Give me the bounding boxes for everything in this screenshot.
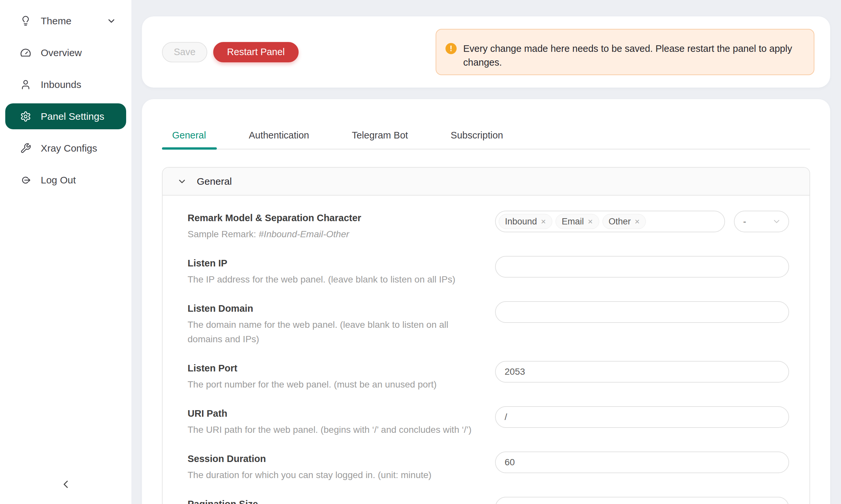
settings-card: General Authentication Telegram Bot Subs…	[142, 99, 830, 504]
general-collapse-panel: General Remark Model & Separation Charac…	[162, 167, 810, 504]
sidebar-item-label: Xray Configs	[41, 143, 97, 154]
tab-authentication[interactable]: Authentication	[238, 128, 320, 149]
user-icon	[20, 79, 32, 91]
tag-inbound: Inbound×	[499, 214, 552, 229]
field-label: Remark Model & Separation Character	[188, 211, 477, 225]
tab-telegram-bot[interactable]: Telegram Bot	[341, 128, 419, 149]
remove-tag-icon[interactable]: ×	[541, 217, 546, 226]
pagination-size-input[interactable]	[495, 497, 789, 504]
listen-domain-input[interactable]	[495, 301, 789, 323]
chevron-down-icon	[772, 217, 781, 226]
field-label: Listen Domain	[188, 301, 477, 316]
dashboard-icon	[20, 47, 32, 59]
session-duration-input[interactable]	[495, 451, 789, 473]
tag-other: Other×	[602, 214, 646, 229]
form-row-uri-path: URI Path The URI path for the web panel.…	[188, 406, 789, 437]
form-row-listen-port: Listen Port The port number for the web …	[188, 361, 789, 392]
actions-card: Save Restart Panel ! Every change made h…	[142, 16, 830, 88]
sidebar-collapse-button[interactable]	[56, 474, 75, 494]
field-label: Listen IP	[188, 256, 477, 270]
warning-icon: !	[445, 43, 457, 54]
restart-warning-alert: ! Every change made here needs to be sav…	[435, 29, 814, 75]
sidebar-item-xray-configs[interactable]: Xray Configs	[5, 135, 126, 161]
gear-icon	[20, 111, 32, 122]
settings-tabs: General Authentication Telegram Bot Subs…	[162, 99, 810, 150]
sidebar-item-label: Panel Settings	[41, 111, 104, 122]
remove-tag-icon[interactable]: ×	[635, 217, 640, 226]
tab-subscription[interactable]: Subscription	[440, 128, 514, 149]
general-form: Remark Model & Separation Character Samp…	[162, 196, 809, 504]
general-collapse-header[interactable]: General	[162, 168, 809, 196]
listen-ip-input[interactable]	[495, 256, 789, 277]
field-description: The domain name for the web panel. (leav…	[188, 318, 477, 346]
listen-port-input[interactable]	[495, 361, 789, 383]
chevron-down-icon	[177, 177, 187, 186]
alert-message: Every change made here needs to be saved…	[463, 35, 804, 69]
field-description: The URI path for the web panel. (begins …	[188, 422, 477, 437]
sidebar-item-log-out[interactable]: Log Out	[5, 167, 126, 193]
sidebar-item-inbounds[interactable]: Inbounds	[5, 72, 126, 97]
separation-character-select[interactable]: -	[734, 211, 789, 232]
field-description: The port number for the web panel. (must…	[188, 377, 477, 392]
tab-general[interactable]: General	[162, 128, 217, 149]
remark-model-tag-select[interactable]: Inbound× Email× Other×	[495, 211, 725, 232]
sidebar-item-label: Theme	[41, 15, 71, 26]
field-description: The IP address for the web panel. (leave…	[188, 272, 477, 287]
field-description: The duration for which you can stay logg…	[188, 468, 477, 482]
chevron-left-icon	[59, 478, 72, 490]
sample-remark-value: #Inbound-Email-Other	[259, 229, 349, 239]
sidebar-item-panel-settings[interactable]: Panel Settings	[5, 103, 126, 129]
form-row-session-duration: Session Duration The duration for which …	[188, 451, 789, 482]
remove-tag-icon[interactable]: ×	[588, 217, 593, 226]
sidebar: Theme Overview Inbounds Panel Settings X…	[0, 0, 132, 504]
chevron-down-icon	[106, 16, 116, 26]
selected-separator: -	[743, 216, 746, 227]
field-label: Listen Port	[188, 361, 477, 375]
lightbulb-icon	[20, 15, 32, 27]
sidebar-item-overview[interactable]: Overview	[5, 40, 126, 66]
sidebar-item-theme[interactable]: Theme	[5, 8, 126, 34]
wrench-icon	[20, 142, 32, 154]
sidebar-item-label: Log Out	[41, 175, 76, 186]
form-row-listen-ip: Listen IP The IP address for the web pan…	[188, 256, 789, 287]
form-row-remark: Remark Model & Separation Character Samp…	[188, 211, 789, 241]
field-label: URI Path	[188, 406, 477, 421]
tag-email: Email×	[555, 214, 599, 229]
section-title: General	[197, 176, 232, 187]
sidebar-item-label: Overview	[41, 47, 82, 58]
form-row-pagination-size: Pagination Size	[188, 497, 789, 504]
logout-icon	[20, 174, 32, 186]
restart-panel-button[interactable]: Restart Panel	[213, 42, 298, 62]
form-row-listen-domain: Listen Domain The domain name for the we…	[188, 301, 789, 346]
field-description: Sample Remark: #Inbound-Email-Other	[188, 227, 477, 241]
field-label: Session Duration	[188, 451, 477, 466]
main-content: Save Restart Panel ! Every change made h…	[132, 0, 841, 504]
uri-path-input[interactable]	[495, 406, 789, 428]
save-button[interactable]: Save	[162, 42, 207, 62]
sidebar-item-label: Inbounds	[41, 79, 81, 90]
field-label: Pagination Size	[188, 497, 477, 504]
